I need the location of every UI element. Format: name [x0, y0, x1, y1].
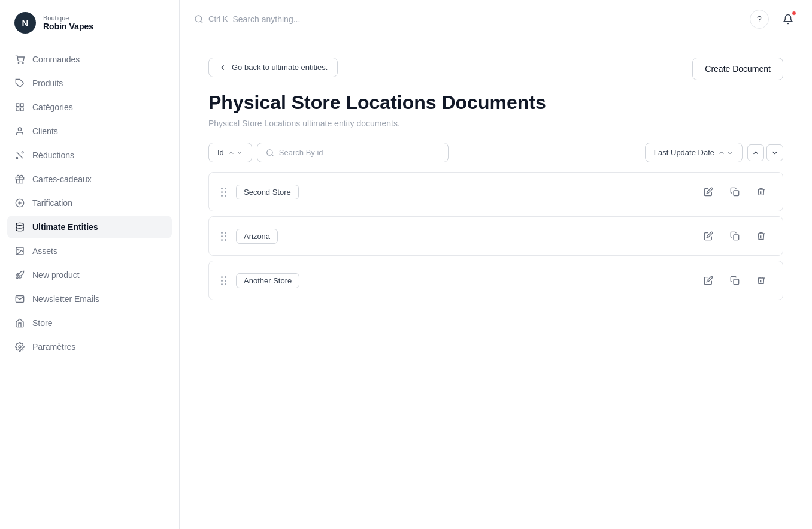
- svg-point-15: [16, 223, 23, 225]
- svg-point-1: [23, 62, 23, 63]
- svg-rect-23: [734, 191, 739, 196]
- avatar: N: [14, 12, 36, 34]
- sidebar-label-store: Store: [32, 318, 52, 328]
- svg-point-19: [195, 16, 202, 22]
- sidebar-label-tarification: Tarification: [32, 198, 72, 208]
- create-document-button[interactable]: Create Document: [692, 58, 783, 80]
- page-subtitle: Physical Store Locations ultimate entity…: [208, 119, 783, 128]
- table-row: Another Store: [208, 261, 783, 300]
- sidebar-item-categories[interactable]: Catégories: [7, 96, 172, 119]
- svg-line-22: [272, 154, 274, 156]
- topbar: Ctrl K Search anything... ?: [180, 0, 812, 38]
- sort-desc-button[interactable]: [766, 144, 783, 161]
- sort-button[interactable]: Last Update Date: [645, 143, 743, 162]
- notification-dot: [792, 11, 796, 16]
- gift-icon: [14, 174, 25, 185]
- sidebar-label-commandes: Commandes: [32, 55, 80, 64]
- document-tag-arizona: Arizona: [236, 229, 278, 244]
- edit-button-another-store[interactable]: [699, 271, 718, 290]
- sidebar-item-ultimate-entities[interactable]: Ultimate Entities: [7, 216, 172, 238]
- image-icon: [14, 246, 25, 256]
- svg-point-17: [18, 249, 19, 250]
- cart-icon: [14, 54, 25, 65]
- sidebar-item-newsletter-emails[interactable]: Newsletter Emails: [7, 288, 172, 310]
- brand-info: Boutique Robin Vapes: [43, 14, 93, 31]
- svg-rect-4: [20, 104, 23, 107]
- sidebar: N Boutique Robin Vapes Commandes Produit…: [0, 0, 180, 529]
- topbar-search-icon: [194, 14, 204, 24]
- svg-rect-5: [16, 108, 19, 111]
- sidebar-item-cartes-cadeaux[interactable]: Cartes-cadeaux: [7, 168, 172, 191]
- filter-bar: Id Last Update Date: [208, 143, 783, 162]
- dollar-icon: [14, 198, 25, 208]
- drag-handle-arizona[interactable]: [221, 232, 226, 241]
- content-area: Go back to ultimate entities. Create Doc…: [180, 38, 812, 529]
- svg-rect-24: [734, 235, 739, 240]
- svg-point-8: [22, 152, 23, 153]
- sort-asc-button[interactable]: [747, 144, 764, 161]
- duplicate-button-second-store[interactable]: [725, 182, 744, 201]
- svg-point-7: [18, 128, 21, 131]
- edit-button-second-store[interactable]: [699, 182, 718, 201]
- sidebar-item-clients[interactable]: Clients: [7, 120, 172, 143]
- topbar-actions: ?: [750, 10, 798, 29]
- page-title: Physical Store Locations Documents: [208, 92, 546, 114]
- sidebar-item-tarification[interactable]: Tarification: [7, 192, 172, 214]
- sort-label: Last Update Date: [654, 148, 714, 157]
- delete-button-another-store[interactable]: [752, 271, 771, 290]
- svg-point-21: [267, 149, 272, 155]
- svg-rect-3: [16, 104, 19, 107]
- sidebar-item-parametres[interactable]: Paramètres: [7, 335, 172, 358]
- help-icon: ?: [757, 14, 762, 24]
- user-icon: [14, 126, 25, 137]
- svg-line-20: [201, 21, 202, 23]
- sidebar-label-reductions: Réductions: [32, 150, 74, 160]
- svg-point-18: [19, 346, 21, 348]
- document-tag-another-store: Another Store: [236, 273, 299, 288]
- drag-handle-second-store[interactable]: [221, 188, 226, 197]
- drag-handle-another-store[interactable]: [221, 276, 226, 285]
- grid-icon: [14, 102, 25, 113]
- sidebar-label-clients: Clients: [32, 126, 58, 136]
- svg-point-0: [18, 62, 19, 63]
- page-header: Physical Store Locations Documents: [208, 92, 783, 114]
- delete-button-second-store[interactable]: [752, 182, 771, 201]
- svg-rect-25: [734, 279, 739, 285]
- sort-arrows: [747, 144, 783, 161]
- search-filter-icon: [266, 149, 274, 157]
- sidebar-item-reductions[interactable]: Réductions: [7, 144, 172, 167]
- sidebar-item-store[interactable]: Store: [7, 312, 172, 334]
- sidebar-label-cartes-cadeaux: Cartes-cadeaux: [32, 174, 92, 184]
- mail-icon: [14, 294, 25, 304]
- table-row: Arizona: [208, 216, 783, 256]
- main-area: Ctrl K Search anything... ? Go back to u…: [180, 0, 812, 529]
- id-filter-button[interactable]: Id: [208, 143, 252, 162]
- duplicate-button-arizona[interactable]: [725, 226, 744, 246]
- sidebar-label-ultimate-entities: Ultimate Entities: [32, 222, 98, 232]
- sidebar-item-produits[interactable]: Produits: [7, 72, 172, 95]
- sidebar-label-categories: Catégories: [32, 102, 73, 112]
- database-icon: [14, 222, 25, 232]
- search-by-id-input[interactable]: [279, 148, 440, 157]
- search-filter[interactable]: [257, 143, 449, 162]
- help-button[interactable]: ?: [750, 10, 769, 29]
- edit-button-arizona[interactable]: [699, 226, 718, 246]
- duplicate-button-another-store[interactable]: [725, 271, 744, 290]
- sidebar-header: N Boutique Robin Vapes: [0, 0, 179, 43]
- delete-button-arizona[interactable]: [752, 226, 771, 246]
- notifications-button[interactable]: [778, 10, 798, 29]
- sidebar-item-commandes[interactable]: Commandes: [7, 48, 172, 71]
- percent-icon: [14, 150, 25, 161]
- store-icon: [14, 318, 25, 328]
- sidebar-label-newsletter-emails: Newsletter Emails: [32, 294, 99, 304]
- svg-point-9: [16, 157, 18, 159]
- id-filter-label: Id: [217, 148, 224, 157]
- tag-icon: [14, 78, 25, 89]
- back-button[interactable]: Go back to ultimate entities.: [208, 58, 338, 77]
- topbar-search-area: Ctrl K Search anything...: [194, 14, 743, 24]
- brand-sub: Boutique: [43, 14, 93, 22]
- doc-actions-second-store: [699, 182, 771, 201]
- sidebar-item-assets[interactable]: Assets: [7, 240, 172, 262]
- sidebar-item-new-product[interactable]: New product: [7, 264, 172, 286]
- sidebar-label-parametres: Paramètres: [32, 342, 75, 352]
